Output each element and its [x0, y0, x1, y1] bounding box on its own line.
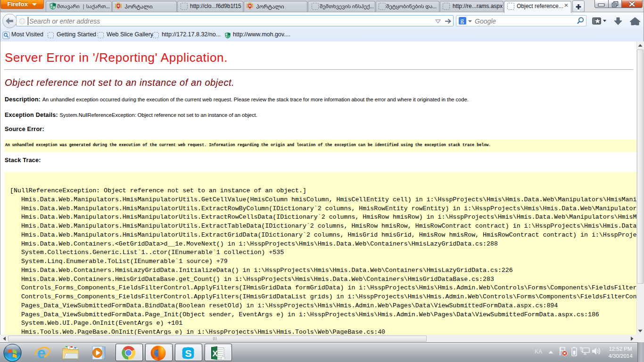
svg-text:X: X — [213, 349, 218, 358]
svg-text:S: S — [185, 348, 192, 359]
